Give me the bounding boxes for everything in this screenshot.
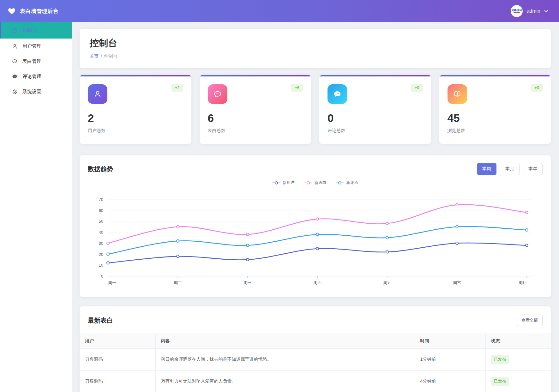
sidebar-menu: 控制台用户管理表白管理评论管理系统设置	[0, 22, 72, 99]
table-row: 刀客源码万有引力可无法对坠入爱河的人负责。4分钟前已发布	[80, 371, 551, 392]
svg-text:周二: 周二	[174, 280, 182, 285]
svg-text:0: 0	[101, 274, 103, 279]
stat-badge: +0	[411, 84, 423, 92]
range-button-2[interactable]: 本年	[523, 163, 543, 175]
top-header: 表白墙管理后台 刀客源码 admin	[0, 0, 559, 22]
stat-badge: +0	[531, 84, 543, 92]
svg-text:40: 40	[99, 230, 103, 235]
cell-status: 已发布	[485, 371, 551, 392]
avatar: 刀客源码	[511, 5, 523, 17]
table-header-row: 用户内容时间状态	[80, 334, 551, 349]
cell-user: 刀客源码	[80, 349, 155, 371]
stat-value: 0	[328, 112, 423, 124]
legend-item-2[interactable]: 新评论	[336, 180, 358, 185]
legend-marker	[272, 181, 280, 184]
trend-chart: 010203040506070周一周二周三周四周五周六周日	[88, 190, 543, 291]
app-window: 表白墙管理后台 刀客源码 admin 控制台用户管理表白管理评论管理系统设置 控…	[0, 0, 559, 392]
table-body: 刀客源码落日的余晖洒落在人间，抹去的是不知道属于谁的忧愁。1分钟前已发布刀客源码…	[80, 349, 551, 392]
chat-filled-icon	[12, 74, 18, 80]
column-header-1: 内容	[155, 334, 415, 349]
svg-text:10: 10	[99, 263, 103, 268]
sidebar-item-user[interactable]: 用户管理	[0, 39, 72, 54]
svg-text:20: 20	[99, 252, 103, 257]
breadcrumb-separator: /	[101, 54, 102, 59]
sidebar-item-label: 用户管理	[22, 43, 41, 49]
breadcrumb: 首页 / 控制台	[90, 54, 541, 59]
dashboard-icon	[12, 27, 18, 33]
sidebar-item-gear[interactable]: 系统设置	[0, 84, 72, 99]
svg-text:周六: 周六	[453, 280, 461, 285]
svg-text:周一: 周一	[108, 280, 116, 285]
username-label: admin	[526, 8, 540, 14]
svg-text:周日: 周日	[519, 280, 527, 285]
latest-table: 用户内容时间状态 刀客源码落日的余晖洒落在人间，抹去的是不知道属于谁的忧愁。1分…	[80, 334, 551, 392]
stat-card-2: +00评论总数	[319, 75, 431, 144]
legend-item-0[interactable]: 新用户	[272, 180, 295, 185]
chat-outline-icon	[12, 58, 18, 64]
sidebar-item-label: 系统设置	[22, 89, 41, 95]
stat-label: 评论总数	[328, 128, 423, 134]
sidebar-item-chat-filled[interactable]: 评论管理	[0, 69, 72, 84]
status-badge: 已发布	[491, 377, 509, 386]
legend-item-1[interactable]: 新表白	[304, 180, 327, 185]
stat-badge: +6	[291, 84, 303, 92]
page-header-card: 控制台 首页 / 控制台	[80, 29, 551, 68]
range-button-0[interactable]: 本周	[477, 163, 496, 175]
chat-filled-icon	[328, 84, 347, 104]
range-button-group: 本周本月本年	[477, 163, 543, 175]
cell-user: 刀客源码	[80, 371, 155, 392]
legend-marker	[336, 181, 344, 184]
stat-card-1: +66表白总数	[200, 75, 311, 144]
cell-time: 1分钟前	[415, 349, 485, 371]
legend-label: 新表白	[315, 180, 327, 185]
breadcrumb-current: 控制台	[104, 54, 117, 59]
stat-label: 表白总数	[208, 128, 303, 134]
sidebar: 控制台用户管理表白管理评论管理系统设置	[0, 22, 72, 392]
sidebar-item-label: 评论管理	[22, 74, 41, 80]
range-button-1[interactable]: 本月	[500, 163, 520, 175]
chart-area: 010203040506070周一周二周三周四周五周六周日	[88, 190, 543, 291]
svg-text:周五: 周五	[383, 280, 391, 285]
view-all-button[interactable]: 查看全部	[517, 315, 543, 326]
legend-marker	[304, 181, 312, 184]
legend-label: 新用户	[283, 180, 295, 185]
user-menu[interactable]: 刀客源码 admin	[511, 5, 559, 17]
chevron-down-icon	[544, 10, 548, 13]
column-header-0: 用户	[80, 334, 155, 349]
book-icon	[448, 84, 467, 104]
svg-text:周四: 周四	[313, 280, 322, 285]
app-title: 表白墙管理后台	[20, 8, 59, 15]
status-badge: 已发布	[491, 355, 509, 364]
page-title: 控制台	[90, 37, 541, 50]
trend-title: 数据趋势	[88, 165, 113, 173]
breadcrumb-home-link[interactable]: 首页	[90, 54, 99, 59]
column-header-3: 状态	[485, 334, 551, 349]
avatar-logo-bar	[514, 12, 520, 13]
gear-icon	[12, 89, 18, 95]
chat-outline-icon	[208, 84, 227, 104]
stat-value: 2	[88, 112, 183, 124]
sidebar-item-label: 表白管理	[22, 58, 41, 64]
stat-label: 用户总数	[88, 128, 183, 134]
chart-legend: 新用户新表白新评论	[88, 180, 543, 185]
app-logo: 表白墙管理后台	[0, 7, 72, 15]
cell-content: 万有引力可无法对坠入爱河的人负责。	[155, 371, 415, 392]
column-header-2: 时间	[415, 334, 485, 349]
stat-value: 45	[448, 112, 543, 124]
svg-text:50: 50	[99, 219, 103, 224]
stat-badge: +2	[171, 84, 183, 92]
sidebar-item-dashboard[interactable]: 控制台	[0, 22, 72, 39]
sidebar-item-chat-outline[interactable]: 表白管理	[0, 54, 72, 69]
heart-icon	[8, 7, 16, 15]
user-icon	[12, 43, 18, 49]
svg-text:70: 70	[99, 197, 103, 202]
svg-text:周三: 周三	[243, 280, 252, 285]
latest-title: 最新表白	[88, 316, 113, 325]
svg-text:30: 30	[99, 241, 103, 246]
stat-cards-row: +22用户总数+66表白总数+00评论总数+045浏览总数	[80, 75, 551, 144]
cell-time: 4分钟前	[415, 371, 485, 392]
cell-content: 落日的余晖洒落在人间，抹去的是不知道属于谁的忧愁。	[155, 349, 415, 371]
cell-status: 已发布	[485, 349, 551, 371]
stat-value: 6	[208, 112, 303, 124]
legend-label: 新评论	[346, 180, 358, 185]
